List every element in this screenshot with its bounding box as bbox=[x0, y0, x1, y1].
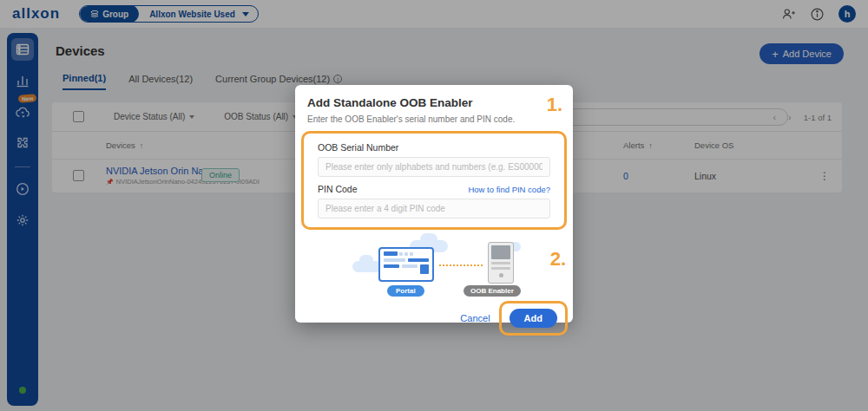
pin-code-input[interactable] bbox=[318, 199, 550, 219]
portal-illustration bbox=[378, 247, 434, 282]
add-button[interactable]: Add bbox=[510, 309, 557, 328]
dotted-connector bbox=[439, 264, 483, 266]
add-oob-enabler-modal: Add Standalone OOB Enabler Enter the OOB… bbox=[295, 85, 573, 323]
cancel-button[interactable]: Cancel bbox=[460, 313, 490, 323]
modal-subtitle: Enter the OOB Enabler's serial number an… bbox=[307, 114, 561, 124]
oob-enabler-illustration bbox=[488, 242, 514, 284]
oob-enabler-label: OOB Enabler bbox=[464, 285, 521, 297]
cloud-shape bbox=[352, 261, 382, 272]
serial-number-input[interactable] bbox=[318, 157, 550, 177]
modal-title: Add Standalone OOB Enabler bbox=[307, 96, 561, 109]
serial-number-label: OOB Serial Number bbox=[318, 142, 398, 153]
portal-label: Portal bbox=[387, 285, 424, 297]
pairing-illustration: Portal OOB Enabler bbox=[307, 238, 561, 297]
add-button-highlight-box: Add bbox=[499, 301, 568, 336]
fields-highlight-box: OOB Serial Number PIN Code How to find P… bbox=[301, 131, 567, 230]
step-1-annotation: 1. bbox=[547, 95, 562, 114]
pin-code-label: PIN Code bbox=[318, 184, 358, 194]
app-screen: allxon Group Allxon Website Used h New bbox=[0, 0, 868, 411]
modal-footer: Cancel Add bbox=[307, 301, 561, 336]
pin-help-link[interactable]: How to find PIN code? bbox=[468, 185, 550, 194]
